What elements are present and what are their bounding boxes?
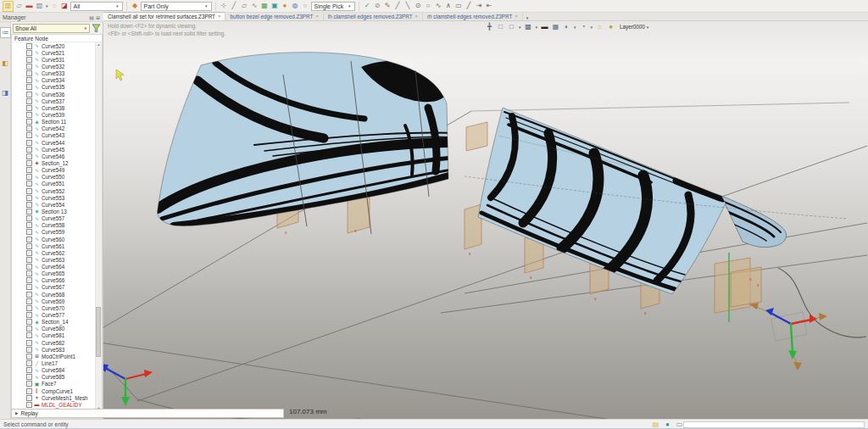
zoom-window-icon-caret[interactable]: ▾	[519, 25, 521, 30]
shaded-display-icon[interactable]: ▬	[540, 22, 549, 31]
tree-item[interactable]: ✓∿Curve585	[12, 374, 96, 381]
tree-item[interactable]: ✓∿Curve584	[12, 367, 96, 374]
scene-canvas[interactable]: xxx xxx xx	[103, 21, 868, 419]
render-mode-icon-caret[interactable]: ▾	[574, 25, 576, 30]
item-checkbox[interactable]: ✓	[26, 92, 32, 98]
item-checkbox[interactable]: ✓	[26, 160, 32, 166]
sheet-filter-icon[interactable]: ▦	[260, 2, 270, 11]
replay-section[interactable]: ▶ Replay	[11, 409, 284, 418]
tree-item[interactable]: ✓∿Curve520	[12, 42, 96, 49]
tree-item[interactable]: ✓∿Curve582	[12, 339, 96, 346]
item-checkbox[interactable]: ✓	[26, 195, 32, 201]
document-tab[interactable]: button bezel edge removed.Z3PRT×	[225, 12, 323, 20]
item-checkbox[interactable]: ✓	[26, 188, 32, 194]
material-sphere-icon[interactable]: ●	[606, 22, 615, 31]
tree-filter-combo[interactable]: Show All▾	[13, 24, 90, 33]
tree-item[interactable]: ✓∿Curve553	[12, 194, 96, 201]
tree-item[interactable]: ✓∿Curve581	[12, 332, 96, 339]
item-checkbox[interactable]: ✓	[26, 209, 32, 214]
view-orientation-icon-caret[interactable]: ▾	[536, 25, 538, 30]
item-checkbox[interactable]: ✓	[26, 374, 32, 380]
offset-curve-icon[interactable]: ╱	[465, 2, 474, 11]
history-manager-tab[interactable]: ≔	[0, 27, 11, 38]
tree-item[interactable]: ✓∿Curve564	[12, 264, 96, 270]
item-checkbox[interactable]: ✓	[26, 319, 32, 325]
tree-item[interactable]: ✓∿Curve567	[12, 284, 96, 291]
tab-close-icon[interactable]: ×	[218, 14, 221, 19]
new-file-icon[interactable]: ▥	[3, 1, 14, 12]
item-checkbox[interactable]: ✓	[26, 388, 32, 394]
tree-item[interactable]: ✓∿Curve557	[12, 215, 96, 222]
scroll-up-icon[interactable]: ▲	[97, 42, 101, 47]
item-checkbox[interactable]: ✓	[26, 367, 32, 373]
manager-panel-titlebar[interactable]: Manager ▤ ⊞	[0, 13, 103, 22]
tab-close-icon[interactable]: ×	[315, 14, 319, 19]
tree-item[interactable]: ✓∿Curve545	[12, 146, 96, 153]
tree-item[interactable]: ✓∥CompCurve1	[12, 387, 96, 394]
delete-icon[interactable]: ▬	[25, 2, 34, 11]
ellipse-icon[interactable]: ○	[424, 2, 433, 11]
tab-close-icon[interactable]: ×	[415, 14, 419, 19]
tree-item[interactable]: ✓∿Curve570	[12, 304, 96, 311]
tree-item[interactable]: ✓∿Curve568	[12, 291, 96, 298]
tree-item[interactable]: ✓∿Curve539	[12, 111, 96, 118]
tree-item[interactable]: ✓∿Curve532	[12, 63, 96, 70]
item-checkbox[interactable]: ✓	[26, 305, 32, 311]
item-checkbox[interactable]: ✓	[26, 381, 32, 387]
tree-item[interactable]: ✓∿Curve583	[12, 346, 96, 353]
pick-mode-combo[interactable]: Single Pick▾	[311, 2, 355, 11]
assembly-manager-tab[interactable]: ◧	[1, 58, 10, 68]
item-checkbox[interactable]: ✓	[26, 153, 32, 159]
open-file-icon[interactable]: ▱	[14, 2, 24, 11]
tree-item[interactable]: ✓∿Curve565	[12, 270, 96, 277]
vertex-filter-icon[interactable]: ⊹	[220, 2, 229, 11]
tree-item[interactable]: ✓∿Curve542	[12, 125, 96, 132]
tree-item[interactable]: ✓∿Curve551	[12, 181, 96, 187]
tree-item[interactable]: ✓∿Curve550	[12, 174, 96, 181]
tree-item[interactable]: ✓∿Curve559	[12, 229, 96, 236]
solid-filter-icon[interactable]: ▣	[270, 2, 280, 11]
pan-view-icon[interactable]: ╋	[485, 22, 494, 31]
item-checkbox[interactable]: ✓	[26, 354, 32, 359]
deselect-icon[interactable]: ⊘	[373, 2, 382, 11]
item-checkbox[interactable]: ✓	[26, 147, 32, 153]
item-checkbox[interactable]: ✓	[26, 125, 32, 131]
item-checkbox[interactable]: ✓	[26, 332, 32, 338]
item-checkbox[interactable]: ✓	[26, 257, 32, 263]
document-tab[interactable]: Clamshell all set for retrimed surfaces.…	[103, 12, 225, 20]
image-view-icon-caret[interactable]: ▾	[46, 3, 48, 8]
item-checkbox[interactable]: ✓	[26, 243, 32, 249]
item-checkbox[interactable]: ✓	[26, 229, 32, 235]
item-checkbox[interactable]: ✓	[26, 105, 32, 111]
tree-item[interactable]: ✓∿Curve577	[12, 311, 96, 318]
item-checkbox[interactable]: ✓	[26, 64, 32, 70]
item-checkbox[interactable]: ✓	[26, 140, 32, 146]
tree-item[interactable]: ✓∿Curve549	[12, 167, 96, 174]
item-checkbox[interactable]: ✓	[26, 326, 32, 332]
arc-icon[interactable]: ∧	[444, 2, 453, 11]
image-view-icon[interactable]: ▧	[35, 2, 44, 11]
pick-scope-icon[interactable]: ◆	[131, 2, 140, 11]
tree-item[interactable]: ✓∿Curve562	[12, 249, 96, 256]
tree-item[interactable]: ✓∿Curve537	[12, 98, 96, 104]
tree-item[interactable]: ✓∿Curve563	[12, 256, 96, 263]
item-checkbox[interactable]: ✓	[26, 98, 32, 104]
item-checkbox[interactable]: ✓	[26, 181, 32, 187]
item-checkbox[interactable]: ✓	[26, 277, 32, 283]
tab-overflow-icon[interactable]: ▾	[526, 15, 529, 20]
zoom-window-icon[interactable]: □	[507, 22, 516, 31]
line-icon[interactable]: ╱	[393, 2, 403, 11]
item-checkbox[interactable]: ✓	[26, 312, 32, 318]
rectangle-icon[interactable]: ▭	[454, 2, 464, 11]
item-checkbox[interactable]: ✓	[26, 340, 32, 346]
tree-item[interactable]: ✓∿Curve569	[12, 298, 96, 304]
graphics-viewport[interactable]: xxx xxx xx	[103, 21, 868, 419]
entity-filter-combo[interactable]: All▾	[70, 2, 123, 11]
item-checkbox[interactable]: ✓	[26, 395, 32, 401]
tree-item[interactable]: ✓╱Line17	[12, 359, 96, 366]
point-filter-icon[interactable]: ○	[301, 2, 310, 11]
face-filter-icon[interactable]: ▱	[240, 2, 249, 11]
tree-item[interactable]: ✓∿Curve534	[12, 77, 96, 84]
tree-item[interactable]: ✓∗CurveMesh1_Mesh	[12, 394, 96, 401]
item-checkbox[interactable]: ✓	[26, 347, 32, 353]
